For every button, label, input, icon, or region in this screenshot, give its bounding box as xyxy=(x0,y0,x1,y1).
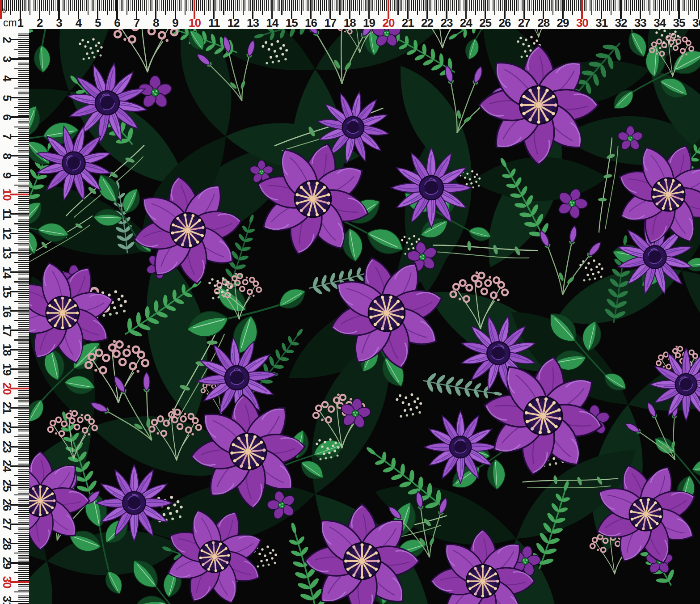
ruler-tick xyxy=(14,378,29,379)
ruler-tick xyxy=(539,0,540,11)
ruler-tick xyxy=(18,497,29,498)
ruler-tick xyxy=(18,458,29,459)
ruler-tick xyxy=(18,471,29,472)
ruler-tick xyxy=(223,0,224,15)
ruler-tick xyxy=(18,270,29,271)
ruler-tick xyxy=(18,196,29,197)
ruler-tick xyxy=(312,0,313,11)
flower-open-motif xyxy=(479,46,599,165)
ruler-tick xyxy=(394,0,395,11)
ruler-tick xyxy=(171,0,172,11)
ruler-tick xyxy=(55,0,56,11)
ruler-tick xyxy=(318,0,319,11)
ruler-number: 32 xyxy=(611,16,631,30)
ruler-tick xyxy=(688,0,689,15)
ruler-tick xyxy=(18,308,29,309)
ruler-tick xyxy=(586,0,586,11)
ruler-tick xyxy=(18,198,29,199)
ruler-tick xyxy=(45,0,46,11)
ruler-number: 33 xyxy=(630,16,650,30)
ruler-tick xyxy=(38,0,38,11)
ruler-tick xyxy=(18,444,29,445)
ruler-tick xyxy=(127,0,127,15)
ruler-tick xyxy=(18,520,29,521)
ruler-tick xyxy=(18,588,29,589)
ruler-tick xyxy=(444,0,445,11)
ruler-tick xyxy=(372,0,373,11)
ruler-tick xyxy=(615,0,616,11)
ruler-tick xyxy=(18,318,29,319)
ruler-tick xyxy=(192,0,193,11)
ruler-tick xyxy=(417,0,418,15)
ruler-tick xyxy=(18,115,29,116)
ruler-tick xyxy=(18,429,29,430)
ruler-tick xyxy=(487,0,488,11)
ruler-tick xyxy=(578,0,579,11)
ruler-tick xyxy=(47,0,48,11)
ruler-number: 15 xyxy=(0,285,14,298)
ruler-tick xyxy=(183,0,184,11)
ruler-tick xyxy=(148,0,149,11)
ruler-tick xyxy=(386,0,387,11)
ruler-number: 5 xyxy=(88,16,108,30)
ruler-number: 5 xyxy=(0,91,14,105)
ruler-tick xyxy=(281,0,282,15)
ruler-tick xyxy=(237,0,238,11)
ruler-tick xyxy=(157,0,158,11)
floral-pattern-graphic xyxy=(29,29,700,604)
ruler-tick xyxy=(555,0,556,11)
ruler-number: 34 xyxy=(650,16,670,30)
ruler-tick xyxy=(152,0,152,11)
ruler-tick xyxy=(343,0,344,11)
ruler-tick xyxy=(18,558,29,559)
ruler-tick xyxy=(425,0,426,11)
ruler-tick xyxy=(67,0,67,11)
ruler-tick xyxy=(308,0,309,11)
ruler-tick xyxy=(636,0,637,11)
ruler-tick xyxy=(179,0,180,11)
ruler-tick xyxy=(367,0,367,11)
ruler-tick xyxy=(18,421,29,422)
ruler-tick xyxy=(18,92,29,93)
ruler-tick xyxy=(18,157,29,158)
ruler-tick xyxy=(18,539,29,540)
ruler-tick xyxy=(101,0,102,11)
ruler-tick xyxy=(270,0,271,11)
ruler-tick xyxy=(293,0,294,11)
ruler-tick xyxy=(18,152,29,152)
ruler-tick xyxy=(456,0,457,15)
ruler-tick xyxy=(115,0,116,11)
ruler-tick xyxy=(18,419,29,420)
ruler-tick xyxy=(92,0,93,11)
ruler-tick xyxy=(18,503,29,503)
ruler-tick xyxy=(181,0,181,11)
ruler-tick xyxy=(18,96,29,97)
ruler-tick xyxy=(18,90,29,91)
ruler-tick xyxy=(30,0,30,15)
ruler-tick xyxy=(18,326,29,327)
ruler-tick xyxy=(285,0,286,11)
ruler-tick xyxy=(301,0,302,15)
ruler-tick xyxy=(160,0,160,11)
ruler-tick xyxy=(121,0,122,11)
small-flower-motif xyxy=(137,76,173,110)
ruler-tick xyxy=(18,200,29,201)
ruler-tick xyxy=(376,0,377,11)
ruler-tick xyxy=(146,0,147,15)
ruler-tick xyxy=(18,72,29,73)
ruler-tick xyxy=(18,249,29,249)
ruler-tick xyxy=(514,0,515,15)
ruler-tick xyxy=(18,239,29,240)
ruler-tick xyxy=(454,0,455,11)
ruler-tick xyxy=(18,508,29,509)
ruler-number: 24 xyxy=(456,16,476,30)
ruler-tick xyxy=(18,285,29,286)
ruler-number: 2 xyxy=(0,33,14,46)
ruler-tick xyxy=(18,462,29,463)
fabric-swatch-photo: b cm 12345678910111213141516171819202122… xyxy=(0,0,700,604)
ruler-number: 36 xyxy=(688,16,700,30)
ruler-tick xyxy=(646,0,647,11)
ruler-tick xyxy=(165,0,166,15)
ruler-tick xyxy=(25,0,26,11)
ruler-tick xyxy=(297,0,298,11)
